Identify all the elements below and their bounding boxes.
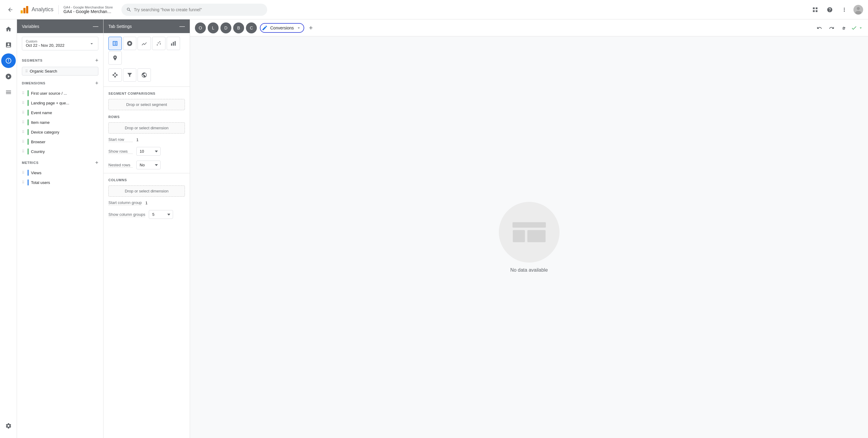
metric-label: Total users [31, 180, 50, 185]
nav-advertising[interactable] [1, 69, 16, 84]
no-data-bars-row [513, 230, 546, 242]
save-check-icon [851, 25, 857, 31]
date-label: Custom [26, 39, 64, 43]
svg-point-15 [115, 76, 116, 77]
save-status[interactable] [851, 25, 863, 31]
date-selector[interactable]: Custom Oct 22 - Nov 20, 2022 [22, 37, 98, 51]
dimension-landing-page[interactable]: ⠿ Landing page + que... [17, 98, 103, 108]
variables-panel: Variables — Custom Oct 22 - Nov 20, 2022… [17, 20, 103, 438]
help-button[interactable] [824, 4, 835, 15]
viz-bar-btn[interactable] [167, 37, 180, 50]
settings-divider [103, 87, 190, 87]
search-bar[interactable] [121, 4, 267, 16]
viz-globe-btn[interactable] [137, 68, 151, 82]
dimensions-add-btn[interactable]: + [95, 81, 98, 86]
date-value: Oct 22 - Nov 20, 2022 [26, 43, 64, 48]
dimension-drag-icon: ⠿ [22, 111, 25, 115]
nav-home[interactable] [1, 22, 16, 36]
tab-o[interactable]: O [195, 23, 206, 33]
tab-settings-minimize-btn[interactable]: — [179, 23, 185, 29]
left-nav [0, 20, 17, 438]
dimension-color-indicator [28, 149, 29, 155]
svg-point-5 [855, 11, 861, 14]
add-tab-btn[interactable]: + [306, 23, 316, 33]
tab-l[interactable]: L [208, 23, 219, 33]
user-avatar[interactable] [854, 5, 863, 14]
account-name: GA4 - Google Merchandise ... [63, 9, 112, 14]
show-rows-select[interactable]: 10 25 50 100 [136, 147, 161, 156]
dimension-drag-icon: ⠿ [22, 149, 25, 154]
dimension-drag-icon: ⠿ [22, 139, 25, 144]
svg-line-17 [114, 74, 115, 75]
app-name: Analytics [32, 6, 54, 13]
dimension-drag-icon: ⠿ [22, 130, 25, 134]
dimension-country[interactable]: ⠿ Country [17, 147, 103, 156]
viz-line-btn[interactable] [137, 37, 151, 50]
variables-minimize-btn[interactable]: — [93, 23, 98, 29]
viz-icons-group [103, 33, 190, 68]
dimension-color-indicator [28, 129, 29, 135]
nested-rows-setting: Nested rows No Yes [103, 158, 190, 172]
topbar: Analytics GA4 - Google Merchandise Store… [0, 0, 868, 20]
show-column-groups-setting: Show column groups 5 10 25 [103, 208, 190, 221]
nav-settings[interactable] [1, 418, 16, 433]
show-rows-label: Show rows [108, 149, 133, 154]
nested-rows-label: Nested rows [108, 163, 133, 167]
svg-rect-10 [171, 43, 172, 46]
metric-views[interactable]: ⠿ Views [17, 168, 103, 178]
grid-view-button[interactable] [810, 4, 820, 15]
dimension-label: Device category [31, 130, 59, 134]
viz-content: No data available [190, 36, 868, 438]
app-logo: Analytics [20, 5, 54, 14]
metrics-add-btn[interactable]: + [95, 160, 98, 165]
viz-user-flow-btn[interactable] [108, 68, 122, 82]
undo-btn[interactable] [814, 23, 824, 33]
rows-title: ROWS [103, 112, 190, 121]
nav-configure[interactable] [1, 85, 16, 99]
no-data-inner [513, 222, 546, 242]
tab-bar-right [814, 23, 863, 33]
rows-drop-zone[interactable]: Drop or select dimension [108, 122, 185, 133]
tab-b[interactable]: B [233, 23, 244, 33]
more-options-button[interactable] [839, 4, 850, 15]
segment-drop-zone[interactable]: Drop or select segment [108, 99, 185, 110]
metric-color-indicator [28, 170, 29, 176]
dimension-device-category[interactable]: ⠿ Device category [17, 127, 103, 137]
dimension-event-name[interactable]: ⠿ Event name [17, 108, 103, 118]
columns-drop-zone[interactable]: Drop or select dimension [108, 185, 185, 197]
tab-d[interactable]: D [220, 23, 231, 33]
segment-organic-search[interactable]: ⠿ Organic Search [22, 67, 98, 75]
share-btn[interactable] [839, 23, 848, 33]
nested-rows-select[interactable]: No Yes [136, 161, 161, 169]
viz-scatter-btn[interactable] [152, 37, 165, 50]
back-button[interactable] [5, 4, 16, 15]
viz-map-btn[interactable] [108, 51, 122, 65]
viz-donut-btn[interactable] [123, 37, 136, 50]
segments-add-btn[interactable]: + [95, 58, 98, 63]
metric-total-users[interactable]: ⠿ Total users [17, 178, 103, 187]
active-tab-edit-icon [262, 25, 268, 31]
dimension-item-name[interactable]: ⠿ Item name [17, 118, 103, 127]
svg-point-16 [116, 74, 118, 76]
dimensions-title: DIMENSIONS [22, 81, 45, 85]
dimension-browser[interactable]: ⠿ Browser [17, 137, 103, 147]
tab-settings-panel-content: SEGMENT COMPARISONS Drop or select segme… [103, 33, 190, 438]
active-tab-group[interactable]: Conversions [260, 23, 304, 33]
dimension-first-user-source[interactable]: ⠿ First user source / ... [17, 88, 103, 98]
viz-table-btn[interactable] [108, 37, 122, 50]
redo-btn[interactable] [827, 23, 836, 33]
show-column-groups-label: Show column groups [108, 212, 145, 217]
show-column-groups-select[interactable]: 5 10 25 [149, 210, 173, 219]
active-tab-label: Conversions [270, 26, 294, 30]
viz-funnel-btn[interactable] [123, 68, 136, 82]
tab-c[interactable]: C [246, 23, 257, 33]
svg-point-6 [157, 44, 158, 45]
start-row-setting: Start row 1 [103, 135, 190, 145]
metric-label: Views [31, 170, 41, 175]
dimension-label: Country [31, 149, 45, 154]
nav-explore[interactable] [1, 54, 16, 68]
dimension-color-indicator [28, 119, 29, 125]
search-input[interactable] [134, 7, 262, 12]
nav-reports[interactable] [1, 38, 16, 52]
tab-settings-panel-title: Tab Settings [108, 24, 132, 29]
